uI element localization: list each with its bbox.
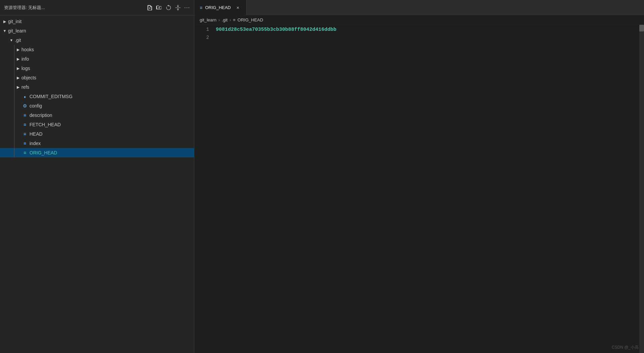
tab-bar: ≡ ORIG_HEAD × <box>194 0 644 15</box>
line-number-1: 1 <box>206 25 209 33</box>
editor-line-2 <box>216 33 644 42</box>
chevron-right-icon: ▶ <box>15 48 21 52</box>
gear-icon: ⚙ <box>21 103 28 109</box>
tab-file-icon: ≡ <box>200 5 202 10</box>
tree-item-objects[interactable]: ▶ objects <box>0 73 194 82</box>
tree-item-index[interactable]: ≡ index <box>0 139 194 148</box>
breadcrumb-file-icon: ≡ <box>233 17 236 22</box>
chevron-right-icon: ▶ <box>15 57 21 61</box>
chevron-right-icon: ▶ <box>1 19 8 24</box>
tree-item-fetch-head[interactable]: ≡ FETCH_HEAD <box>0 120 194 129</box>
file-lines-icon: ≡ <box>21 113 28 118</box>
editor-line-1: 9081d28c53ea70355b3cb30b88ff8042d416ddbb <box>216 25 644 33</box>
hash-content: 9081d28c53ea70355b3cb30b88ff8042d416ddbb <box>216 27 336 32</box>
chevron-right-icon: ▶ <box>15 66 21 71</box>
file-lines-icon: ≡ <box>21 122 28 127</box>
diamond-icon: ⬧ <box>21 94 28 99</box>
chevron-right-icon: ▶ <box>15 76 21 80</box>
file-lines-icon: ≡ <box>21 141 28 146</box>
new-folder-icon[interactable] <box>156 5 162 11</box>
new-file-icon[interactable] <box>147 5 153 11</box>
chevron-right-icon: ▶ <box>15 85 21 89</box>
editor-lines[interactable]: 9081d28c53ea70355b3cb30b88ff8042d416ddbb <box>213 25 644 353</box>
tree-item-description[interactable]: ≡ description <box>0 111 194 120</box>
editor-area: ≡ ORIG_HEAD × git_learn › .git › ≡ ORIG_… <box>194 0 644 353</box>
chevron-down-icon: ▼ <box>8 38 15 42</box>
editor-content: 1 2 9081d28c53ea70355b3cb30b88ff8042d416… <box>194 25 644 353</box>
scrollbar[interactable] <box>639 25 644 353</box>
scrollbar-thumb <box>639 25 644 31</box>
tree-item-head[interactable]: ≡ HEAD <box>0 129 194 139</box>
breadcrumb-dotgit[interactable]: .git <box>222 17 228 22</box>
tab-close-button[interactable]: × <box>235 5 241 11</box>
file-tree: ▶ git_init ▼ git_learn ▼ .git ▶ hooks <box>0 15 194 353</box>
line-number-2: 2 <box>206 33 209 42</box>
breadcrumb-git-learn[interactable]: git_learn <box>200 17 216 22</box>
tree-item-refs[interactable]: ▶ refs <box>0 82 194 92</box>
more-actions-icon[interactable]: ··· <box>184 4 190 11</box>
tree-item-dotgit[interactable]: ▼ .git <box>0 36 194 45</box>
tab-label: ORIG_HEAD <box>205 5 231 10</box>
tree-item-info[interactable]: ▶ info <box>0 54 194 64</box>
line-numbers: 1 2 <box>194 25 213 353</box>
tree-item-git-learn[interactable]: ▼ git_learn <box>0 26 194 36</box>
chevron-down-icon: ▼ <box>1 29 8 33</box>
tab-orig-head[interactable]: ≡ ORIG_HEAD × <box>194 0 247 15</box>
tree-item-orig-head[interactable]: ≡ ORIG_HEAD <box>0 148 194 157</box>
tree-item-hooks[interactable]: ▶ hooks <box>0 45 194 54</box>
breadcrumb: git_learn › .git › ≡ ORIG_HEAD <box>194 15 644 25</box>
collapse-icon[interactable] <box>175 5 181 11</box>
tree-item-git-init[interactable]: ▶ git_init <box>0 17 194 26</box>
sidebar-title: 资源管理器: 无标题... <box>4 5 45 11</box>
sidebar-actions: ··· <box>147 4 190 11</box>
breadcrumb-sep-1: › <box>218 18 220 22</box>
tree-item-logs[interactable]: ▶ logs <box>0 64 194 73</box>
refresh-icon[interactable] <box>166 5 172 11</box>
tree-item-commit-editmsg[interactable]: ⬧ COMMIT_EDITMSG <box>0 92 194 101</box>
tree-item-config[interactable]: ⚙ config <box>0 101 194 111</box>
sidebar: 资源管理器: 无标题... <box>0 0 194 353</box>
breadcrumb-sep-2: › <box>230 18 231 22</box>
watermark: CSDN @_小高 <box>612 345 639 350</box>
sidebar-header: 资源管理器: 无标题... <box>0 0 194 15</box>
file-lines-icon: ≡ <box>21 150 28 155</box>
breadcrumb-orig-head[interactable]: ≡ ORIG_HEAD <box>233 17 263 22</box>
file-lines-icon: ≡ <box>21 131 28 137</box>
